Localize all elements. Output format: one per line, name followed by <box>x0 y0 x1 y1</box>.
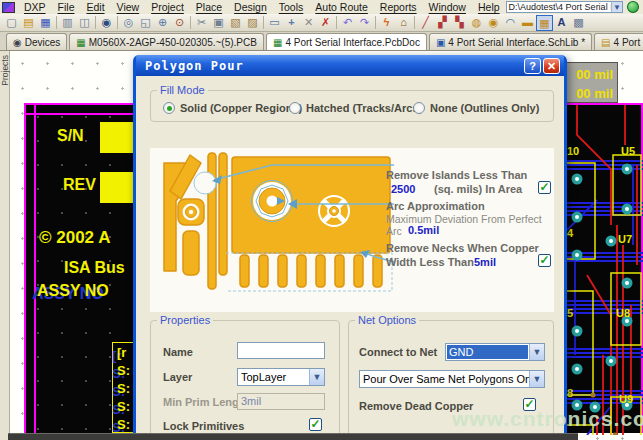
zoom-selection-icon[interactable]: ⊙ <box>171 15 188 31</box>
menu-item[interactable]: Tools <box>273 1 310 13</box>
connect-to-net-select[interactable]: GND ▼ <box>445 343 545 361</box>
connect-to-net-label: Connect to Net <box>359 346 437 358</box>
place-string-icon[interactable]: A <box>553 15 570 31</box>
remove-islands-value[interactable]: 2500 <box>391 183 415 195</box>
view-3d-icon[interactable]: ◉ <box>98 15 115 31</box>
place-line-icon[interactable]: ╱ <box>417 15 434 31</box>
redo-icon[interactable]: ↷ <box>356 15 373 31</box>
copy-icon[interactable]: ▣ <box>210 15 227 31</box>
deselect-icon[interactable]: ✕ <box>300 15 317 31</box>
watermark-text: www.cntronics.com <box>452 407 643 431</box>
menu-item[interactable]: Place <box>190 1 228 13</box>
menu-item[interactable]: Edit <box>80 1 110 13</box>
chevron-down-icon[interactable]: ▼ <box>529 344 544 360</box>
zoom-in-icon[interactable]: ⊕ <box>154 15 171 31</box>
neck-fingers <box>240 255 382 287</box>
toolbar-separator[interactable] <box>414 16 415 29</box>
menu-item[interactable]: DXP <box>18 1 52 13</box>
save-icon[interactable]: ▦ <box>37 15 54 31</box>
menu-item[interactable]: Auto Route <box>309 1 374 13</box>
remove-necks-value[interactable]: 5mil <box>474 256 496 268</box>
toolbar-separator[interactable] <box>336 16 337 29</box>
lock-primitives-checkbox[interactable]: ✓ <box>309 418 322 431</box>
radio-solid[interactable]: Solid (Copper Regions) <box>163 102 302 114</box>
radio-icon <box>163 102 175 114</box>
open-folder-icon[interactable]: ▤ <box>20 15 37 31</box>
properties-group: Properties Name Layer TopLayer ▼ Min Pri… <box>150 314 340 440</box>
help-advisor-icon[interactable] <box>627 1 639 13</box>
clear-filter-icon[interactable]: ✗ <box>317 15 334 31</box>
document-tab[interactable]: ▦ M0560X-2AGP-450-020305.~(5).PCB <box>69 33 264 50</box>
chevron-down-icon[interactable]: ▼ <box>529 371 544 387</box>
cut-icon[interactable]: ✂ <box>193 15 210 31</box>
document-tab[interactable]: ▤ 4 Port UART and Line Drivers <box>594 33 643 50</box>
toolbar-separator[interactable] <box>375 16 376 29</box>
toolbar-separator[interactable] <box>263 16 264 29</box>
arc-value[interactable]: 0.5mil <box>408 224 439 236</box>
document-tab[interactable]: ◉ Devices <box>6 33 67 50</box>
remove-necks-checkbox[interactable]: ✓ <box>538 254 551 267</box>
removed-island <box>194 172 216 194</box>
document-tab[interactable]: ▣ 4 Port Serial Interface.SchLib * <box>429 33 592 50</box>
lock-primitives-label: Lock Primitives <box>163 420 244 432</box>
zoom-area-icon[interactable]: ◱ <box>137 15 154 31</box>
toolbar-separator[interactable] <box>95 16 96 29</box>
document-tab-label: 4 Port UART and Line Drivers <box>614 37 643 48</box>
place-arc-icon[interactable]: ◠ <box>502 15 519 31</box>
name-field[interactable] <box>237 342 325 359</box>
print-preview-icon[interactable]: ◫ <box>76 15 93 31</box>
document-icon: ▦ <box>76 37 85 48</box>
menu-item[interactable]: Project <box>145 1 190 13</box>
radio-hatched[interactable]: Hatched (Tracks/Arcs) <box>289 102 422 114</box>
move-icon[interactable]: + <box>283 15 300 31</box>
copper-fill-rect <box>100 122 133 153</box>
menu-item[interactable]: Design <box>228 1 273 13</box>
place-via-icon[interactable]: ◉ <box>485 15 502 31</box>
interactive-routing-icon[interactable]: ϟ <box>378 15 395 31</box>
help-icon[interactable]: ? <box>524 58 541 74</box>
toolbar-separator[interactable] <box>117 16 118 29</box>
chevron-down-icon[interactable]: ▼ <box>611 2 622 12</box>
connect-to-net-value: GND <box>447 345 528 359</box>
menu-item[interactable]: File <box>52 1 81 13</box>
project-path-combo[interactable]: D:\Audotest\4 Port Serial Inter ▼ <box>506 1 623 13</box>
new-document-icon[interactable]: ▢ <box>3 15 20 31</box>
radio-hatched-label: Hatched (Tracks/Arcs) <box>306 102 422 114</box>
find-icon[interactable]: ⌂ <box>395 15 412 31</box>
place-net-icon[interactable]: ▚ <box>451 15 468 31</box>
toolbar-separator[interactable] <box>190 16 191 29</box>
print-icon[interactable]: ▥ <box>59 15 76 31</box>
place-fill-icon[interactable]: ▬ <box>519 15 536 31</box>
zoom-document-icon[interactable]: ◎ <box>120 15 137 31</box>
projects-panel-tab[interactable]: Projects <box>0 51 10 440</box>
menu-bar: DXPFileEditViewProjectPlaceDesignToolsAu… <box>0 0 643 14</box>
pcb-board-right[interactable]: 10 U5 4 U7 5 U8 8 U9 <box>567 103 643 433</box>
paste-array-icon[interactable]: ▨ <box>244 15 261 31</box>
remove-islands-checkbox[interactable]: ✓ <box>538 181 551 194</box>
place-pad-icon[interactable]: ◍ <box>468 15 485 31</box>
menu-item[interactable]: Reports <box>374 1 423 13</box>
chevron-down-icon[interactable]: ▼ <box>309 369 324 385</box>
silkscreen-box-line: S: <box>117 363 130 378</box>
menu-item[interactable]: View <box>111 1 146 13</box>
radio-none[interactable]: None (Outlines Only) <box>413 102 539 114</box>
select-area-icon[interactable]: ▭ <box>266 15 283 31</box>
min-prim-length-field: 3mil <box>237 393 325 410</box>
close-icon[interactable]: ✕ <box>543 58 560 74</box>
menu-item[interactable]: Window <box>423 1 472 13</box>
layer-select[interactable]: TopLayer ▼ <box>237 368 325 386</box>
net-options-caption: Net Options <box>355 314 419 326</box>
document-tab[interactable]: ▦ 4 Port Serial Interface.PcbDoc <box>266 33 427 50</box>
radio-icon <box>413 102 425 114</box>
undo-icon[interactable]: ↶ <box>339 15 356 31</box>
document-tab-label: M0560X-2AGP-450-020305.~(5).PCB <box>89 37 257 48</box>
toolbar-separator[interactable] <box>56 16 57 29</box>
place-track-icon[interactable]: ▞ <box>434 15 451 31</box>
paste-icon[interactable]: ▧ <box>227 15 244 31</box>
menu-item[interactable]: Help <box>472 1 506 13</box>
dialog-title-bar[interactable]: Polygon Pour ? ✕ <box>136 55 564 76</box>
name-label: Name <box>163 346 193 358</box>
pour-over-select[interactable]: Pour Over Same Net Polygons Only ▼ <box>359 370 545 388</box>
place-component-icon[interactable]: ▩ <box>570 15 587 31</box>
place-polygon-icon[interactable]: ▦ <box>536 15 553 31</box>
